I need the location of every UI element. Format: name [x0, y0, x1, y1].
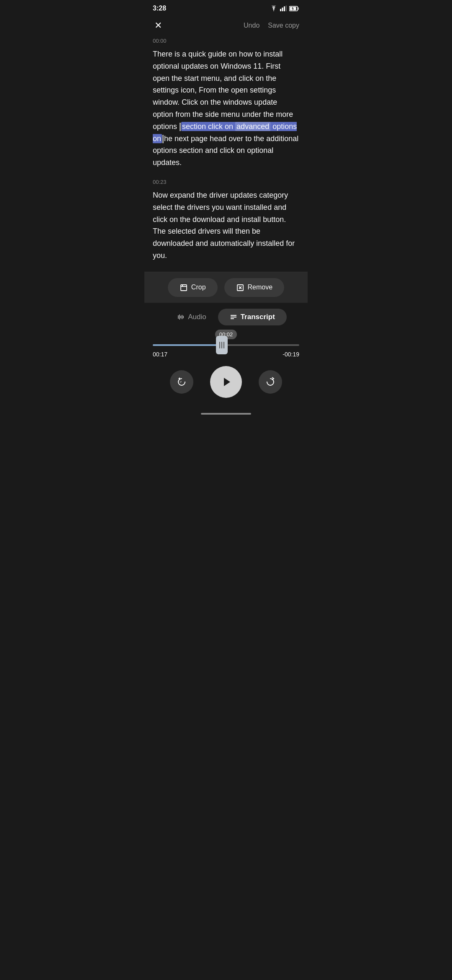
rewind-button[interactable]: ↺ — [170, 370, 193, 394]
audio-player: 00:02 00:17 -00:19 ↺ — [144, 330, 308, 410]
home-indicator — [144, 410, 308, 416]
handle-line-1 — [219, 342, 220, 348]
scrubber-track[interactable] — [153, 344, 299, 346]
home-bar — [201, 413, 251, 415]
remove-label: Remove — [248, 284, 273, 291]
tab-bar: Audio Transcript — [144, 303, 308, 330]
svg-rect-7 — [181, 285, 187, 291]
text-before-highlight: There is a quick guide on how to install… — [153, 50, 293, 131]
svg-rect-1 — [282, 8, 283, 11]
transcript-content: 00:00 There is a quick guide on how to i… — [144, 38, 308, 272]
transcript-block-1: 00:00 There is a quick guide on how to i… — [153, 38, 299, 169]
transcript-text-2: Now expand the driver updates category s… — [153, 189, 299, 262]
remaining-time: -00:19 — [282, 351, 299, 358]
crop-icon — [180, 283, 188, 292]
nav-actions: Undo Save copy — [244, 22, 299, 29]
status-icons — [270, 5, 299, 11]
status-time: 3:28 — [153, 5, 166, 12]
remove-button[interactable]: Remove — [224, 278, 285, 297]
crop-button[interactable]: Crop — [168, 278, 218, 297]
text-after-highlight: he next page head over to the additional… — [153, 134, 298, 167]
transcript-text-1: There is a quick guide on how to install… — [153, 48, 299, 169]
crop-label: Crop — [191, 284, 206, 291]
timestamp-1: 00:00 — [153, 38, 299, 44]
action-bar: Crop Remove — [144, 272, 308, 303]
rewind-icon: ↺ — [176, 377, 187, 387]
audio-tab-label: Audio — [188, 313, 206, 321]
bracket-left — [180, 123, 181, 131]
forward-icon — [265, 377, 276, 387]
svg-rect-3 — [286, 5, 287, 11]
scrubber-handle[interactable] — [216, 336, 228, 354]
play-button[interactable] — [210, 366, 242, 398]
svg-rect-6 — [298, 7, 299, 10]
scrubber-handle-lines — [219, 342, 224, 348]
play-icon — [220, 376, 232, 388]
save-copy-button[interactable]: Save copy — [268, 22, 299, 29]
svg-rect-0 — [280, 9, 281, 11]
transcript-block-2: 00:23 Now expand the driver updates cate… — [153, 179, 299, 262]
close-button[interactable]: ✕ — [153, 18, 164, 33]
transcript-tab-label: Transcript — [241, 313, 275, 321]
player-controls: ↺ — [153, 361, 299, 401]
handle-line-3 — [223, 342, 224, 348]
remove-icon — [236, 283, 244, 292]
timestamp-2: 00:23 — [153, 179, 299, 185]
svg-text:↺: ↺ — [180, 381, 182, 383]
svg-marker-21 — [224, 378, 230, 386]
audio-waveform-icon — [177, 313, 185, 321]
elapsed-time: 00:17 — [153, 351, 167, 358]
battery-icon — [289, 6, 299, 11]
svg-rect-2 — [284, 6, 285, 11]
scrubber-fill — [153, 344, 222, 346]
wifi-icon — [270, 5, 277, 11]
undo-button[interactable]: Undo — [244, 22, 259, 29]
scrubber-container: 00:02 00:17 -00:19 — [153, 330, 299, 358]
status-bar: 3:28 — [144, 0, 308, 15]
forward-button[interactable] — [259, 370, 282, 394]
transcript-lines-icon — [230, 313, 237, 321]
handle-line-2 — [221, 342, 222, 348]
signal-icon — [280, 5, 287, 11]
bracket-right — [162, 135, 164, 143]
tab-audio[interactable]: Audio — [165, 309, 218, 325]
top-nav: ✕ Undo Save copy — [144, 15, 308, 38]
tab-transcript[interactable]: Transcript — [218, 309, 287, 325]
